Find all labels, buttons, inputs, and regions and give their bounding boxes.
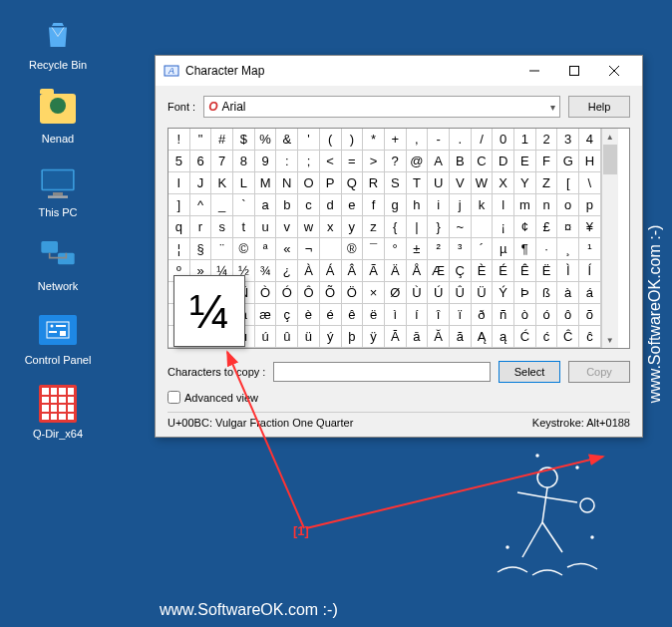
- character-cell[interactable]: M: [255, 172, 277, 194]
- character-cell[interactable]: r: [190, 216, 212, 238]
- character-cell[interactable]: _: [211, 194, 233, 216]
- character-cell[interactable]: Ô: [298, 282, 320, 304]
- character-cell[interactable]: ·: [536, 238, 558, 260]
- character-cell[interactable]: m: [514, 194, 536, 216]
- character-cell[interactable]: ,: [407, 129, 429, 151]
- character-cell[interactable]: Ù: [407, 282, 429, 304]
- character-cell[interactable]: ±: [407, 238, 429, 260]
- character-cell[interactable]: Õ: [320, 282, 342, 304]
- character-cell[interactable]: ñ: [493, 304, 514, 326]
- character-cell[interactable]: O: [298, 172, 320, 194]
- character-cell[interactable]: #: [211, 129, 233, 151]
- character-cell[interactable]: ê: [342, 304, 364, 326]
- character-cell[interactable]: j: [450, 194, 472, 216]
- character-cell[interactable]: J: [190, 172, 212, 194]
- character-cell[interactable]: í: [407, 304, 429, 326]
- character-cell[interactable]: @: [407, 151, 429, 172]
- character-cell[interactable]: Ą: [472, 326, 494, 348]
- character-cell[interactable]: Ú: [428, 282, 450, 304]
- character-cell[interactable]: u: [255, 216, 277, 238]
- character-cell[interactable]: c: [298, 194, 320, 216]
- character-cell[interactable]: £: [536, 216, 558, 238]
- character-cell[interactable]: D: [493, 151, 514, 172]
- character-cell[interactable]: Ó: [276, 282, 298, 304]
- character-cell[interactable]: Û: [450, 282, 472, 304]
- character-cell[interactable]: 9: [255, 151, 277, 172]
- character-cell[interactable]: ¦: [168, 238, 190, 260]
- character-cell[interactable]: %: [255, 129, 277, 151]
- desktop-icon-network[interactable]: Network: [20, 236, 96, 292]
- character-cell[interactable]: v: [276, 216, 298, 238]
- character-cell[interactable]: É: [493, 260, 514, 282]
- character-cell[interactable]: I: [168, 172, 190, 194]
- character-cell[interactable]: ¹: [579, 238, 601, 260]
- character-cell[interactable]: 5: [168, 151, 190, 172]
- character-cell[interactable]: Y: [514, 172, 536, 194]
- character-cell[interactable]: ç: [276, 304, 298, 326]
- character-cell[interactable]: °: [385, 238, 407, 260]
- character-cell[interactable]: b: [276, 194, 298, 216]
- character-cell[interactable]: Ĉ: [557, 326, 579, 348]
- character-cell[interactable]: ;: [298, 151, 320, 172]
- desktop-icon-recycle-bin[interactable]: Recycle Bin: [20, 15, 96, 71]
- character-cell[interactable]: 2: [536, 129, 558, 151]
- character-cell[interactable]: ®: [342, 238, 364, 260]
- character-cell[interactable]: o: [557, 194, 579, 216]
- character-cell[interactable]: û: [276, 326, 298, 348]
- character-cell[interactable]: Ă: [428, 326, 450, 348]
- character-cell[interactable]: 0: [493, 129, 514, 151]
- character-cell[interactable]: ¸: [557, 238, 579, 260]
- character-cell[interactable]: ¿: [276, 260, 298, 282]
- character-cell[interactable]: ì: [385, 304, 407, 326]
- titlebar[interactable]: A Character Map: [156, 56, 642, 86]
- character-cell[interactable]: ": [190, 129, 212, 151]
- character-cell[interactable]: ¶: [514, 238, 536, 260]
- character-cell[interactable]: z: [363, 216, 385, 238]
- character-cell[interactable]: ë: [363, 304, 385, 326]
- character-cell[interactable]: ]: [168, 194, 190, 216]
- character-cell[interactable]: L: [233, 172, 255, 194]
- character-cell[interactable]: ~: [450, 216, 472, 238]
- character-cell[interactable]: *: [363, 129, 385, 151]
- character-cell[interactable]: {: [385, 216, 407, 238]
- character-cell[interactable]: «: [276, 238, 298, 260]
- character-cell[interactable]: \: [579, 172, 601, 194]
- character-cell[interactable]: ü: [298, 326, 320, 348]
- character-cell[interactable]: µ: [493, 238, 514, 260]
- character-cell[interactable]: Ì: [557, 260, 579, 282]
- character-cell[interactable]: >: [363, 151, 385, 172]
- character-cell[interactable]: q: [168, 216, 190, 238]
- character-cell[interactable]: Á: [320, 260, 342, 282]
- character-cell[interactable]: ¢: [514, 216, 536, 238]
- character-cell[interactable]: Ä: [385, 260, 407, 282]
- character-cell[interactable]: =: [342, 151, 364, 172]
- character-cell[interactable]: K: [211, 172, 233, 194]
- character-cell[interactable]: ^: [190, 194, 212, 216]
- character-cell[interactable]: B: [450, 151, 472, 172]
- desktop-icon-qdir[interactable]: Q-Dir_x64: [20, 384, 96, 440]
- character-cell[interactable]: 3: [557, 129, 579, 151]
- character-cell[interactable]: f: [363, 194, 385, 216]
- character-cell[interactable]: ô: [557, 304, 579, 326]
- character-cell[interactable]: }: [428, 216, 450, 238]
- character-cell[interactable]: s: [211, 216, 233, 238]
- character-cell[interactable]: ā: [407, 326, 429, 348]
- minimize-button[interactable]: [514, 57, 554, 85]
- character-cell[interactable]: à: [557, 282, 579, 304]
- character-cell[interactable]: d: [320, 194, 342, 216]
- character-cell[interactable]: Â: [342, 260, 364, 282]
- character-cell[interactable]: á: [579, 282, 601, 304]
- character-cell[interactable]: .: [450, 129, 472, 151]
- character-cell[interactable]: Ê: [514, 260, 536, 282]
- character-cell[interactable]: ©: [233, 238, 255, 260]
- character-cell[interactable]: ú: [255, 326, 277, 348]
- character-cell[interactable]: T: [407, 172, 429, 194]
- character-cell[interactable]: §: [190, 238, 212, 260]
- character-cell[interactable]: ): [342, 129, 364, 151]
- character-cell[interactable]: W: [472, 172, 494, 194]
- desktop-icon-user-folder[interactable]: Nenad: [20, 89, 96, 145]
- advanced-view-checkbox[interactable]: [168, 391, 180, 404]
- character-cell[interactable]: Q: [342, 172, 364, 194]
- character-cell[interactable]: Ā: [385, 326, 407, 348]
- character-cell[interactable]: ß: [536, 282, 558, 304]
